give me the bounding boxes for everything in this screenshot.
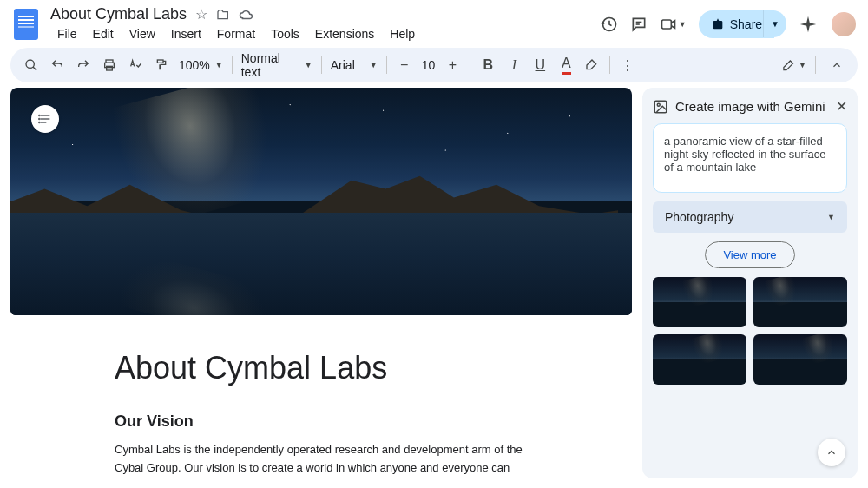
edit-mode-button[interactable]: ▼ <box>782 53 806 77</box>
more-icon[interactable]: ⋮ <box>615 53 640 77</box>
result-thumb[interactable] <box>753 334 847 385</box>
star-icon[interactable]: ☆ <box>195 6 207 23</box>
menu-format[interactable]: Format <box>210 25 262 43</box>
document-title[interactable]: About Cymbal Labs <box>50 5 187 23</box>
results-grid <box>653 277 847 385</box>
main-area: About Cymbal Labs Our Vision Cymbal Labs… <box>0 88 868 488</box>
svg-point-14 <box>39 122 40 122</box>
text-color-button[interactable]: A <box>554 53 578 77</box>
font-dropdown[interactable]: Arial▼ <box>327 58 381 72</box>
gemini-icon[interactable] <box>799 15 818 34</box>
menu-view[interactable]: View <box>122 25 162 43</box>
style-value: Photography <box>665 210 733 224</box>
highlight-button[interactable] <box>580 53 604 77</box>
avatar[interactable] <box>830 10 858 38</box>
share-label: Share <box>730 17 762 31</box>
style-dropdown[interactable]: Normal text▼ <box>238 51 316 79</box>
spellcheck-icon[interactable] <box>123 53 148 77</box>
outline-button[interactable] <box>31 105 59 133</box>
svg-line-4 <box>33 67 36 70</box>
doc-heading-2: Our Vision <box>115 412 528 431</box>
underline-button[interactable]: U <box>528 53 552 77</box>
app-header: About Cymbal Labs ☆ File Edit View Inser… <box>0 0 868 43</box>
menu-file[interactable]: File <box>50 25 84 43</box>
meet-icon[interactable]: ▼ <box>660 16 687 33</box>
cloud-status-icon[interactable] <box>239 9 254 21</box>
comments-icon[interactable] <box>630 16 648 33</box>
title-block: About Cymbal Labs ☆ File Edit View Inser… <box>50 5 592 43</box>
menu-edit[interactable]: Edit <box>86 25 121 43</box>
gemini-panel: Create image with Gemini ✕ a panoramic v… <box>642 88 858 478</box>
svg-point-12 <box>39 115 40 115</box>
search-icon[interactable] <box>19 53 43 77</box>
doc-paragraph: Cymbal Labs is the independently operate… <box>115 441 528 478</box>
header-actions: ▼ Share ▼ <box>601 10 858 38</box>
view-more-button[interactable]: View more <box>705 241 794 268</box>
result-thumb[interactable] <box>653 334 746 385</box>
svg-rect-15 <box>654 101 667 113</box>
svg-point-16 <box>657 103 660 106</box>
move-icon[interactable] <box>216 8 230 22</box>
undo-icon[interactable] <box>45 53 69 77</box>
paint-format-icon[interactable] <box>149 53 174 77</box>
zoom-dropdown[interactable]: 100%▼ <box>175 58 227 72</box>
image-icon <box>653 99 668 115</box>
document-canvas[interactable]: About Cymbal Labs Our Vision Cymbal Labs… <box>10 88 632 478</box>
prompt-input[interactable]: a panoramic view of a star-filled night … <box>653 123 847 193</box>
chevron-down-icon: ▼ <box>827 213 835 221</box>
svg-rect-2 <box>661 20 671 29</box>
svg-rect-8 <box>157 60 163 63</box>
increase-font-icon[interactable]: + <box>440 53 464 77</box>
print-icon[interactable] <box>97 53 122 77</box>
style-dropdown[interactable]: Photography ▼ <box>653 201 847 233</box>
panel-title: Create image with Gemini <box>675 99 829 114</box>
menu-bar: File Edit View Insert Format Tools Exten… <box>50 25 592 43</box>
italic-button[interactable]: I <box>502 53 526 77</box>
share-dropdown[interactable]: ▼ <box>763 10 786 37</box>
close-icon[interactable]: ✕ <box>836 98 847 115</box>
history-icon[interactable] <box>601 16 618 33</box>
result-thumb[interactable] <box>753 277 847 327</box>
scroll-top-button[interactable] <box>818 439 845 466</box>
result-thumb[interactable] <box>653 277 746 327</box>
collapse-icon[interactable] <box>825 53 849 77</box>
decrease-font-icon[interactable]: − <box>392 53 417 77</box>
svg-point-13 <box>39 118 40 119</box>
bold-button[interactable]: B <box>476 53 500 77</box>
menu-tools[interactable]: Tools <box>264 25 306 43</box>
docs-logo[interactable] <box>10 9 42 40</box>
doc-heading-1: About Cymbal Labs <box>115 350 528 386</box>
svg-point-3 <box>26 60 34 68</box>
redo-icon[interactable] <box>71 53 95 77</box>
font-size[interactable]: 10 <box>418 58 439 72</box>
menu-extensions[interactable]: Extensions <box>308 25 381 43</box>
menu-help[interactable]: Help <box>383 25 422 43</box>
toolbar: 100%▼ Normal text▼ Arial▼ − 10 + B I U A… <box>10 48 858 82</box>
document-body[interactable]: About Cymbal Labs Our Vision Cymbal Labs… <box>10 315 632 478</box>
hero-image[interactable] <box>10 88 632 315</box>
menu-insert[interactable]: Insert <box>164 25 208 43</box>
